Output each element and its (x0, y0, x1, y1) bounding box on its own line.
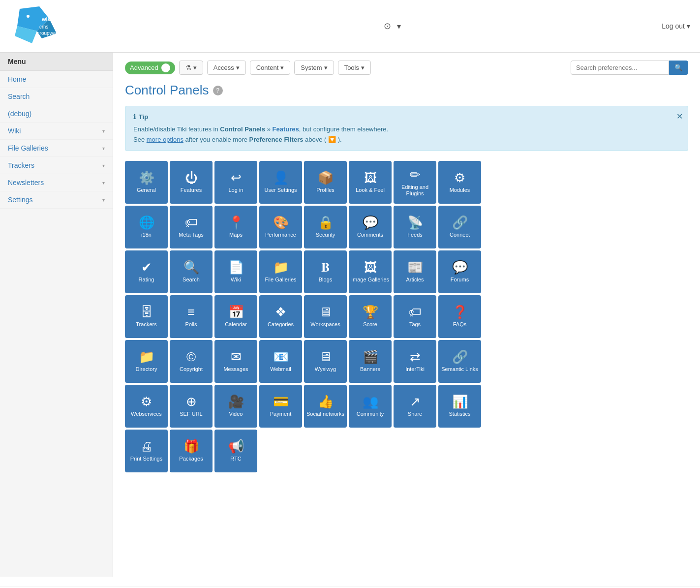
panel-item-video[interactable]: 🎥Video (214, 385, 257, 428)
panel-item-payment[interactable]: 💳Payment (259, 385, 302, 428)
features-link[interactable]: Features (273, 125, 299, 133)
panel-item-rtc[interactable]: 📢RTC (214, 430, 257, 472)
panel-item-blogs[interactable]: 𝐁Blogs (304, 250, 347, 293)
panel-item-semantic-links[interactable]: 🔗Semantic Links (438, 340, 481, 383)
panel-item-feeds[interactable]: 📡Feeds (394, 206, 436, 248)
panel-item-file-galleries[interactable]: 📁File Galleries (259, 250, 302, 293)
sidebar-item-search[interactable]: Search (0, 88, 113, 105)
panel-item-print-settings[interactable]: 🖨Print Settings (125, 430, 168, 472)
panel-item-tags[interactable]: 🏷Tags (394, 295, 436, 338)
tools-dropdown[interactable]: Tools ▾ (338, 61, 371, 75)
sidebar-item-wiki[interactable]: Wiki ▾ (0, 123, 113, 140)
panel-item-directory[interactable]: 📁Directory (125, 340, 168, 383)
connect-icon: 🔗 (452, 216, 468, 229)
search-preferences-button[interactable]: 🔍 (669, 61, 688, 75)
panel-item-faqs[interactable]: ❓FAQs (438, 295, 481, 338)
wiki-icon: 📄 (228, 261, 244, 274)
editing-and-plugins-label: Editing and Plugins (396, 184, 434, 197)
panel-item-comments[interactable]: 💬Comments (349, 206, 392, 248)
panel-item-maps[interactable]: 📍Maps (214, 206, 257, 248)
panel-row-3: 🗄Trackers≡Polls📅Calendar❖Categories🖥Work… (125, 295, 688, 338)
panel-item-look--feel[interactable]: 🖼Look & Feel (349, 161, 392, 204)
panel-item-sef-url[interactable]: ⊕SEF URL (170, 385, 213, 428)
circle-icon[interactable]: ⊙ (384, 21, 391, 31)
panel-item-connect[interactable]: 🔗Connect (438, 206, 481, 248)
panel-item-community[interactable]: 👥Community (349, 385, 392, 428)
panel-item-intertiki[interactable]: ⇄InterTiki (394, 340, 436, 383)
panel-item-webservices[interactable]: ⚙Webservices (125, 385, 168, 428)
panel-item-features[interactable]: ⏻Features (170, 161, 213, 204)
performance-icon: 🎨 (273, 216, 289, 229)
panel-item-rating[interactable]: ✔Rating (125, 250, 168, 293)
feeds-label: Feeds (407, 232, 423, 238)
panel-item-articles[interactable]: 📰Articles (394, 250, 436, 293)
panel-item-score[interactable]: 🏆Score (349, 295, 392, 338)
panel-item-webmail[interactable]: 📧Webmail (259, 340, 302, 383)
logout-button[interactable]: Log out (662, 22, 685, 30)
panel-item-calendar[interactable]: 📅Calendar (214, 295, 257, 338)
panel-item-wysiwyg[interactable]: 🖥Wysiwyg (304, 340, 347, 383)
content-dropdown[interactable]: Content ▾ (250, 61, 291, 75)
sidebar-item-settings[interactable]: Settings ▾ (0, 191, 113, 209)
sidebar-item-home[interactable]: Home (0, 71, 113, 88)
panel-row-5: ⚙Webservices⊕SEF URL🎥Video💳Payment👍Socia… (125, 385, 688, 428)
panel-item-workspaces[interactable]: 🖥Workspaces (304, 295, 347, 338)
print-settings-label: Print Settings (130, 456, 162, 462)
panel-item-wiki[interactable]: 📄Wiki (214, 250, 257, 293)
connect-label: Connect (450, 232, 470, 238)
panel-item-trackers[interactable]: 🗄Trackers (125, 295, 168, 338)
modules-icon: ⚙ (454, 171, 465, 184)
sidebar-newsletters-label: Newsletters (8, 179, 44, 186)
panel-item-modules[interactable]: ⚙Modules (438, 161, 481, 204)
search-box: 🔍 (571, 61, 688, 75)
panel-item-categories[interactable]: ❖Categories (259, 295, 302, 338)
help-icon[interactable]: ? (213, 86, 223, 95)
chevron-down-icon[interactable]: ▾ (397, 22, 401, 31)
more-options-link[interactable]: more options (147, 136, 183, 143)
access-dropdown[interactable]: Access ▾ (207, 61, 246, 75)
control-panel-grid: ⚙️General⏻Features↩Log in👤User Settings📦… (125, 161, 688, 472)
panel-item-user-settings[interactable]: 👤User Settings (259, 161, 302, 204)
panel-item-messages[interactable]: ✉Messages (214, 340, 257, 383)
panel-item-log-in[interactable]: ↩Log in (214, 161, 257, 204)
comments-icon: 💬 (363, 216, 378, 229)
panel-item-general[interactable]: ⚙️General (125, 161, 168, 204)
rtc-label: RTC (230, 456, 241, 462)
forums-label: Forums (451, 277, 469, 283)
panel-item-polls[interactable]: ≡Polls (170, 295, 213, 338)
modules-label: Modules (450, 187, 470, 193)
sidebar-item-debug[interactable]: (debug) (0, 105, 113, 123)
svg-text:groupware: groupware (37, 31, 61, 36)
i18n-label: i18n (141, 232, 152, 238)
page-title-text: Control Panels (125, 83, 209, 98)
sidebar-item-file-galleries[interactable]: File Galleries ▾ (0, 140, 113, 157)
filter-button[interactable]: ⚗ ▾ (179, 61, 203, 75)
panel-item-search[interactable]: 🔍Search (170, 250, 213, 293)
sidebar-item-trackers[interactable]: Trackers ▾ (0, 157, 113, 174)
panel-item-performance[interactable]: 🎨Performance (259, 206, 302, 248)
panel-item-statistics[interactable]: 📊Statistics (438, 385, 481, 428)
payment-label: Payment (270, 411, 291, 417)
panel-item-i18n[interactable]: 🌐i18n (125, 206, 168, 248)
video-icon: 🎥 (228, 395, 244, 408)
control-panels-link[interactable]: Control Panels (220, 125, 265, 133)
panel-item-image-galleries[interactable]: 🖼Image Galleries (349, 250, 392, 293)
panel-item-banners[interactable]: 🎬Banners (349, 340, 392, 383)
panel-item-share[interactable]: ↗Share (394, 385, 436, 428)
sidebar-item-newsletters[interactable]: Newsletters ▾ (0, 174, 113, 191)
trackers-arrow-icon: ▾ (102, 163, 105, 168)
tip-close-button[interactable]: ✕ (676, 110, 683, 123)
panel-item-copyright[interactable]: ©Copyright (170, 340, 213, 383)
system-dropdown[interactable]: System ▾ (294, 61, 334, 75)
file-galleries-icon: 📁 (273, 261, 289, 274)
panel-item-forums[interactable]: 💬Forums (438, 250, 481, 293)
panel-item-editing-and-plugins[interactable]: ✏Editing and Plugins (394, 161, 436, 204)
advanced-toggle[interactable]: Advanced (125, 62, 175, 74)
panel-item-packages[interactable]: 🎁Packages (170, 430, 213, 472)
packages-label: Packages (179, 456, 203, 462)
panel-item-profiles[interactable]: 📦Profiles (304, 161, 347, 204)
panel-item-social-networks[interactable]: 👍Social networks (304, 385, 347, 428)
panel-item-security[interactable]: 🔒Security (304, 206, 347, 248)
search-preferences-input[interactable] (571, 61, 669, 75)
panel-item-meta-tags[interactable]: 🏷Meta Tags (170, 206, 213, 248)
